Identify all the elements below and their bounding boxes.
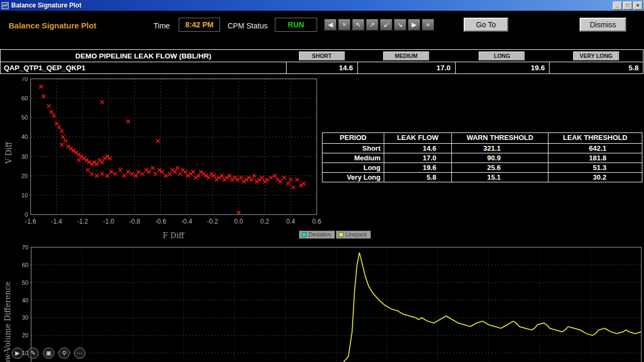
leak-flow-short-value: 14.6 (286, 62, 357, 73)
svg-text:60: 60 (22, 262, 28, 268)
svg-text:0: 0 (25, 211, 28, 218)
time-value: 8:42 PM (185, 20, 214, 29)
play-icon[interactable]: ▶ (12, 348, 23, 359)
window-title: Balance Signature Plot (11, 2, 613, 9)
nav-left-button[interactable]: ◀ (324, 19, 336, 31)
leak-flow-cell: 17.0 (384, 153, 451, 162)
threshold-table: PERIOD LEAK FLOW WARN THRESHOLD LEAK THR… (322, 132, 642, 182)
legend-label: Linepack (346, 232, 367, 238)
linepack-swatch-icon (339, 232, 343, 237)
chart-legend: Deviation Linepack (299, 231, 371, 239)
dismiss-button[interactable]: Dismiss (580, 18, 626, 32)
nav-down-right-button[interactable]: ↘ (394, 19, 406, 31)
app-icon (2, 2, 9, 9)
time-label: Time (153, 21, 170, 30)
svg-text:0.4: 0.4 (286, 218, 295, 225)
cpm-status-display: RUN (275, 18, 317, 32)
window-titlebar[interactable]: Balance Signature Plot _ □ × (0, 0, 644, 11)
svg-text:0.0: 0.0 (234, 218, 243, 225)
nav-reset-button[interactable]: × (338, 19, 350, 31)
balance-signature-scatter: -1.6-1.4-1.2-1.0-0.8-0.6-0.4-0.20.00.20.… (13, 77, 331, 241)
nav-up-right-button[interactable]: ↗ (366, 19, 378, 31)
edit-icon[interactable]: ✎ (27, 348, 39, 359)
more-icon[interactable]: ⋯ (74, 348, 85, 359)
period-long-button[interactable]: LONG (479, 51, 525, 61)
svg-text:30: 30 (21, 153, 28, 160)
svg-text:20: 20 (22, 332, 28, 338)
close-button[interactable]: × (633, 2, 642, 10)
time-display: 8:42 PM (179, 18, 220, 32)
maximize-button[interactable]: □ (623, 2, 632, 10)
svg-text:0.6: 0.6 (312, 218, 321, 225)
go-to-button[interactable]: Go To (464, 18, 508, 32)
zoom-icon[interactable]: ⚲ (58, 348, 70, 359)
period-cell: Short (323, 144, 384, 153)
column-header: LEAK THRESHOLD (548, 133, 642, 143)
trend-y-axis-label: Flow-Volume Difference (3, 282, 12, 362)
svg-text:-1.6: -1.6 (25, 218, 36, 225)
svg-text:30: 30 (22, 314, 28, 321)
leak-threshold-cell: 51.3 (548, 163, 642, 172)
trend-chart-area: 010203040506070 Flow-Volume Difference (0, 245, 644, 362)
svg-text:-0.4: -0.4 (181, 218, 192, 225)
minimize-button[interactable]: _ (613, 2, 622, 10)
column-header: PERIOD (323, 133, 384, 143)
nav-arrow-group: ◀ × ↖ ↗ ↙ ↘ ▶ » (324, 19, 434, 31)
layout-icon[interactable]: ▣ (43, 348, 54, 359)
leak-flow-cell: 14.6 (384, 144, 451, 153)
svg-text:0.2: 0.2 (260, 218, 269, 225)
svg-text:70: 70 (22, 245, 28, 250)
threshold-table-header: PERIOD LEAK FLOW WARN THRESHOLD LEAK THR… (323, 133, 642, 143)
svg-text:-0.8: -0.8 (129, 218, 140, 225)
column-header: WARN THRESHOLD (451, 133, 548, 143)
column-header: LEAK FLOW (384, 133, 451, 143)
period-cell: Medium (323, 153, 384, 162)
scatter-plot[interactable]: -1.6-1.4-1.2-1.0-0.8-0.6-0.4-0.20.00.20.… (13, 77, 331, 241)
table-row: Very Long 5.8 15.1 30.2 (323, 172, 642, 182)
nav-down-left-button[interactable]: ↙ (380, 19, 392, 31)
pipeline-name: QAP_QTP1_QEP_QKP1 (1, 64, 286, 72)
scatter-x-axis-label: F Diff (147, 231, 200, 240)
legend-item-linepack[interactable]: Linepack (336, 231, 371, 239)
leak-threshold-cell: 30.2 (548, 173, 642, 182)
svg-text:10: 10 (21, 192, 28, 198)
legend-label: Deviation (309, 232, 331, 238)
warn-threshold-cell: 321.1 (451, 144, 548, 153)
period-cell: Very Long (323, 173, 384, 182)
deviation-swatch-icon (302, 232, 306, 237)
table-row: Long 19.6 25.6 51.3 (323, 162, 642, 172)
leak-flow-cell: 19.6 (384, 163, 451, 172)
legend-item-deviation[interactable]: Deviation (299, 231, 335, 239)
leak-flow-table-header: DEMO PIPELINE LEAK FLOW (BBL/HR) SHORT M… (1, 50, 643, 62)
svg-text:-0.6: -0.6 (155, 218, 166, 225)
nav-forward-button[interactable]: » (422, 19, 434, 31)
period-very-long-button[interactable]: VERY LONG (573, 51, 619, 61)
cpm-status-value: RUN (288, 20, 304, 29)
svg-text:40: 40 (21, 134, 28, 140)
svg-text:50: 50 (21, 114, 28, 121)
period-short-button[interactable]: SHORT (299, 51, 345, 61)
leak-flow-very-long-value: 5.8 (549, 62, 643, 73)
svg-text:-1.2: -1.2 (77, 218, 89, 225)
svg-text:-0.2: -0.2 (207, 218, 218, 225)
period-medium-button[interactable]: MEDIUM (383, 51, 429, 61)
scatter-y-axis-label: V Diff (4, 142, 13, 164)
leak-threshold-cell: 181.8 (548, 153, 642, 162)
table-row: Short 14.6 321.1 642.1 (323, 143, 642, 153)
svg-text:20: 20 (21, 173, 28, 179)
nav-right-button[interactable]: ▶ (408, 19, 420, 31)
svg-text:40: 40 (22, 297, 28, 304)
warn-threshold-cell: 15.1 (451, 173, 548, 182)
leak-flow-long-value: 19.6 (455, 62, 550, 73)
leak-flow-table-title: DEMO PIPELINE LEAK FLOW (BBL/HR) (1, 52, 286, 60)
leak-flow-cell: 5.8 (384, 173, 451, 182)
leak-threshold-cell: 642.1 (548, 144, 642, 153)
leak-flow-table: DEMO PIPELINE LEAK FLOW (BBL/HR) SHORT M… (0, 49, 643, 74)
nav-up-left-button[interactable]: ↖ (352, 19, 364, 31)
cpm-status-label: CPM Status (228, 21, 268, 30)
line-chart[interactable]: 010203040506070 (0, 245, 644, 362)
window-controls: _ □ × (613, 2, 642, 10)
table-row[interactable]: QAP_QTP1_QEP_QKP1 14.6 17.0 19.6 5.8 (1, 62, 643, 73)
svg-text:60: 60 (21, 95, 28, 101)
svg-text:50: 50 (22, 279, 28, 286)
